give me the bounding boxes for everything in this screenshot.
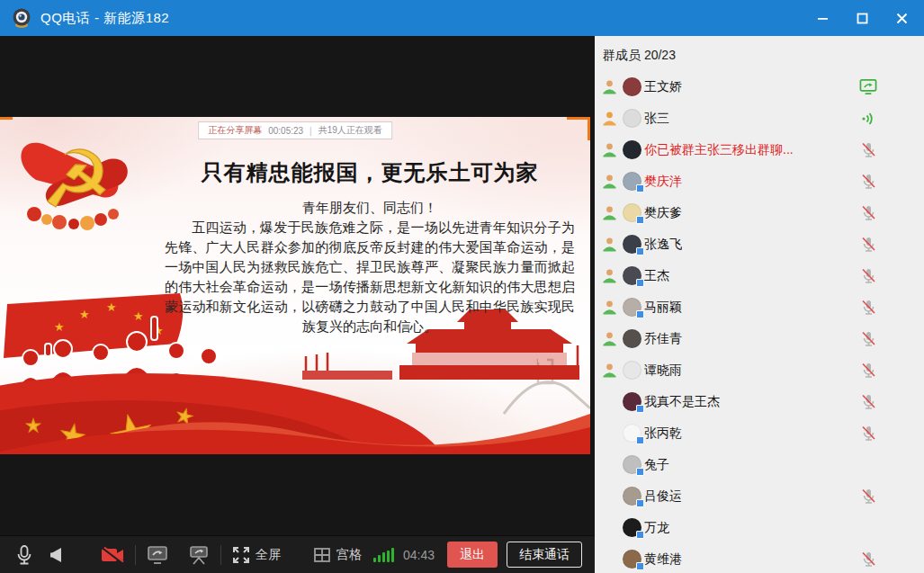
shared-screen-slide: ☭ <box>0 117 590 454</box>
member-row[interactable]: 张三 <box>595 103 924 134</box>
share-status-banner: 正在分享屏幕 00:05:23 | 共19人正在观看 <box>198 121 392 139</box>
grid-icon <box>313 547 331 563</box>
title-bar: QQ电话 - 新能源182 <box>0 0 924 36</box>
device-badge <box>636 531 644 539</box>
member-name: 王杰 <box>644 268 669 284</box>
member-row[interactable]: 吕俊运 <box>595 480 924 512</box>
member-row[interactable]: 我真不是王杰 <box>595 386 924 417</box>
exit-button[interactable]: 退出 <box>447 542 498 568</box>
device-badge <box>636 279 644 287</box>
call-toolbar: 全屏 宫格 04:43 退出 结束通话 <box>0 535 595 573</box>
mic-muted-icon[interactable] <box>859 267 877 285</box>
microphone-icon[interactable] <box>14 544 34 566</box>
member-name: 王文娇 <box>644 79 682 95</box>
avatar <box>623 487 641 506</box>
svg-text:☭: ☭ <box>41 133 112 226</box>
speaker-icon[interactable] <box>49 546 65 564</box>
device-badge <box>636 436 644 444</box>
online-status-icon <box>602 79 617 94</box>
avatar <box>623 392 641 411</box>
svg-text:★: ★ <box>54 320 65 334</box>
online-status-icon <box>602 363 617 378</box>
member-row[interactable]: 黄维港 <box>595 543 924 573</box>
member-row[interactable]: 你已被群主张三移出群聊... <box>595 134 924 166</box>
member-name: 谭晓雨 <box>644 363 682 379</box>
device-badge <box>636 468 644 476</box>
device-badge <box>636 184 644 192</box>
mic-muted-icon[interactable] <box>859 362 877 380</box>
avatar <box>623 140 641 159</box>
member-row[interactable]: 樊庆爹 <box>595 197 924 228</box>
svg-text:★: ★ <box>79 308 90 321</box>
device-badge <box>636 499 644 507</box>
slide-text-block: 只有精忠能报国，更无乐土可为家 青年朋友们、同志们！ 五四运动，爆发于民族危难之… <box>165 158 575 336</box>
mic-muted-icon[interactable] <box>859 204 877 222</box>
mic-muted-icon[interactable] <box>859 393 877 411</box>
avatar <box>623 203 641 222</box>
avatar <box>623 550 641 569</box>
member-row[interactable]: 兔子 <box>595 449 924 480</box>
close-button[interactable] <box>888 6 915 30</box>
online-status-icon <box>602 331 617 346</box>
mic-muted-icon[interactable] <box>859 551 877 569</box>
end-call-button[interactable]: 结束通话 <box>507 542 582 568</box>
avatar <box>623 235 641 254</box>
device-badge <box>636 310 644 318</box>
qq-call-window: QQ电话 - 新能源182 ☭ <box>0 0 924 573</box>
share-status-text: 正在分享屏幕 <box>208 124 262 137</box>
mic-muted-icon[interactable] <box>859 173 877 191</box>
device-badge <box>636 405 644 413</box>
member-list: 王文娇 张三 你已被群主张三移出群聊... <box>595 71 924 573</box>
member-row[interactable]: 谭晓雨 <box>595 354 924 386</box>
minimize-button[interactable] <box>809 6 836 30</box>
member-name: 张丙乾 <box>644 425 682 442</box>
member-row[interactable]: 万龙 <box>595 512 924 543</box>
svg-text:★: ★ <box>106 300 117 314</box>
member-row[interactable]: 马丽颖 <box>595 291 924 323</box>
member-name: 马丽颖 <box>644 300 682 316</box>
avatar <box>623 77 641 96</box>
online-status-icon <box>602 142 617 157</box>
call-stage: ☭ <box>0 36 595 573</box>
member-row[interactable]: 王杰 <box>595 260 924 291</box>
member-row[interactable]: 王文娇 <box>595 71 924 103</box>
online-status-icon <box>602 174 617 189</box>
screen-share-icon[interactable] <box>147 545 168 565</box>
online-status-icon <box>602 205 617 220</box>
call-timer: 04:43 <box>403 548 435 562</box>
presentation-board-icon[interactable] <box>188 545 210 565</box>
online-status-icon <box>602 237 617 252</box>
mic-muted-icon[interactable] <box>859 299 877 317</box>
avatar <box>623 172 641 191</box>
member-row[interactable]: 张逸飞 <box>595 228 924 260</box>
member-name: 樊庆洋 <box>644 174 682 190</box>
mic-muted-icon[interactable] <box>859 330 877 348</box>
member-count-header: 群成员 20/23 <box>595 36 924 71</box>
slide-body: 五四运动，爆发于民族危难之际，是一场以先进青年知识分子为先锋、广大人民群众参加的… <box>165 218 575 336</box>
device-badge <box>636 562 644 570</box>
member-name: 我真不是王杰 <box>644 394 720 410</box>
slide-greeting: 青年朋友们、同志们！ <box>165 200 575 217</box>
svg-text:★: ★ <box>25 415 41 436</box>
maximize-button[interactable] <box>848 6 875 30</box>
member-name: 你已被群主张三移出群聊... <box>644 142 794 158</box>
avatar <box>623 298 641 317</box>
member-row[interactable]: 乔佳青 <box>595 323 924 354</box>
member-row[interactable]: 张丙乾 <box>595 417 924 449</box>
grid-view-button[interactable]: 宫格 <box>313 547 362 563</box>
member-name: 吕俊运 <box>644 488 682 505</box>
avatar <box>623 455 641 474</box>
fullscreen-button[interactable]: 全屏 <box>232 546 281 564</box>
member-name: 乔佳青 <box>644 331 682 347</box>
member-row[interactable]: 樊庆洋 <box>595 166 924 197</box>
mic-muted-icon[interactable] <box>859 488 877 506</box>
mic-muted-icon[interactable] <box>859 141 877 159</box>
camera-off-icon[interactable] <box>101 546 124 564</box>
webcam-icon <box>11 7 32 29</box>
device-badge <box>636 216 644 224</box>
mic-muted-icon[interactable] <box>859 425 877 443</box>
member-name: 黄维港 <box>644 551 682 568</box>
share-duration: 00:05:23 <box>268 126 303 136</box>
mic-muted-icon[interactable] <box>859 236 877 254</box>
avatar <box>623 518 641 537</box>
